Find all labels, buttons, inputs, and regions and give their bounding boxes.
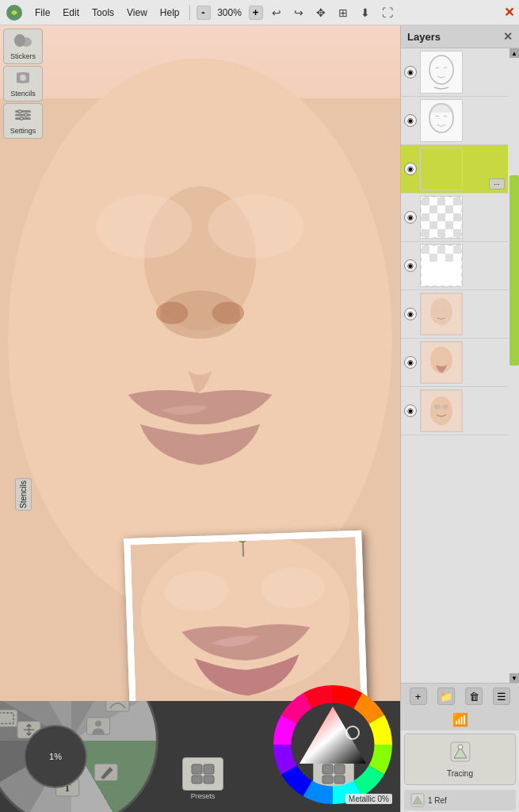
presets-label: Presets [191,792,216,800]
zoom-plus-button[interactable]: + [249,6,263,20]
undo-icon[interactable]: ↩ [268,4,285,21]
svg-rect-49 [422,197,429,205]
layer-item[interactable]: ◉ [401,339,508,387]
tracing-button[interactable]: Tracing [404,733,516,785]
wifi-area[interactable]: 📶 [401,709,519,730]
svg-rect-34 [204,764,214,774]
svg-point-21 [20,117,23,121]
stickers-icon [13,33,32,51]
stencils-vertical-label: Stencils [0,478,46,511]
metallic-label: Metallic 0% [345,794,392,804]
svg-rect-36 [204,776,214,783]
presets-button[interactable]: Presets [182,757,223,800]
stencils-icon [13,70,32,88]
menu-file[interactable]: File [29,4,56,21]
layers-menu-button[interactable]: ☰ [493,688,510,705]
menu-tools[interactable]: Tools [86,4,120,21]
stencils-label: Stencils [10,90,36,98]
svg-rect-60 [437,229,445,237]
add-layer-button[interactable]: + [410,688,427,705]
svg-rect-16 [15,110,31,113]
layer-thumbnail [420,99,463,142]
svg-rect-56 [453,213,461,221]
zoom-area: - 300% + [197,6,263,20]
layer-item[interactable]: ◉ [401,48,508,97]
layer-menu-button[interactable]: ··· [489,178,505,190]
svg-rect-51 [453,197,461,205]
zoom-minus-button[interactable]: - [197,6,211,20]
layers-scroll[interactable]: ▲ ◉ ◉ [401,48,519,683]
svg-rect-61 [453,229,461,237]
menu-edit[interactable]: Edit [56,4,86,21]
stencils-tool[interactable]: Stencils [3,66,43,102]
svg-rect-66 [429,254,437,262]
toolbar-icons: ↩ ↪ ✥ ⊞ ⬇ ⛶ [268,4,396,21]
layer-visibility-toggle[interactable]: ◉ [404,404,417,417]
layer-thumbnail [420,341,463,384]
layer-item-active[interactable]: ◉ ··· [401,145,508,193]
layer-thumbnail [420,293,463,335]
svg-point-69 [430,298,452,325]
svg-rect-17 [15,114,31,117]
layer-item[interactable]: ◉ [401,193,508,242]
settings-label: Settings [10,127,36,135]
left-sidebar: Stickers Stencils Settings [0,25,46,701]
layers-header: Layers ✕ [401,25,519,48]
layers-title: Layers [407,31,441,43]
layer-item[interactable]: ◉ [401,97,508,145]
svg-rect-65 [453,246,461,254]
delete-layer-button[interactable]: 🗑 [465,688,483,705]
ref-count[interactable]: 1 Ref [404,790,516,810]
svg-point-75 [430,396,452,425]
layer-item[interactable]: ◉ [401,290,508,339]
layer-thumbnail [420,244,463,287]
settings-tool[interactable]: Settings [3,103,43,139]
hand-tool-icon[interactable]: ✥ [312,4,330,21]
folder-layer-button[interactable]: 📁 [437,688,455,705]
layer-thumbnail [420,147,463,190]
svg-point-15 [20,75,26,81]
layer-visibility-toggle[interactable]: ◉ [404,259,417,272]
layer-item[interactable]: ◉ [401,387,508,435]
wheel-center: 1% [24,725,87,788]
close-button[interactable]: ✕ [504,5,514,20]
scroll-down-arrow[interactable]: ▼ [509,673,519,683]
svg-rect-52 [429,205,437,213]
svg-point-19 [18,110,21,113]
layer-item[interactable]: ◉ [401,242,508,290]
svg-point-6 [212,302,244,324]
svg-point-77 [442,404,448,409]
svg-point-76 [434,404,441,409]
menu-view[interactable]: View [120,4,154,21]
layer-visibility-toggle[interactable]: ◉ [404,114,417,127]
redo-icon[interactable]: ↪ [290,4,307,21]
svg-rect-55 [437,213,445,221]
scroll-up-arrow[interactable]: ▲ [509,48,519,58]
svg-point-8 [208,194,304,259]
layer-visibility-toggle[interactable]: ◉ [404,308,417,320]
ref-count-label: 1 Ref [428,796,447,805]
export-icon[interactable]: ⬇ [357,4,374,21]
layer-visibility-toggle[interactable]: ◉ [404,163,417,175]
color-wheel[interactable]: Metallic 0% [265,677,400,812]
menu-help[interactable]: Help [154,4,186,21]
layer-visibility-toggle[interactable]: ◉ [404,211,417,224]
svg-rect-67 [445,254,453,262]
svg-rect-58 [445,221,453,229]
wifi-icon: 📶 [452,712,468,727]
tracing-label: Tracing [447,769,473,778]
layers-close-button[interactable]: ✕ [503,30,513,43]
scrollbar-thumb[interactable] [509,175,519,366]
layer-visibility-toggle[interactable]: ◉ [404,66,417,79]
stickers-tool[interactable]: Stickers [3,29,43,64]
grid-icon[interactable]: ⊞ [334,4,352,21]
layer-thumbnail [420,389,463,432]
fullscreen-icon[interactable]: ⛶ [379,4,396,21]
svg-point-32 [95,721,101,727]
layer-visibility-toggle[interactable]: ◉ [404,356,417,369]
tracing-icon [449,741,471,768]
svg-point-70 [435,308,440,312]
layer-thumbnail [420,196,463,239]
svg-point-79 [458,745,463,749]
svg-rect-47 [422,149,461,189]
